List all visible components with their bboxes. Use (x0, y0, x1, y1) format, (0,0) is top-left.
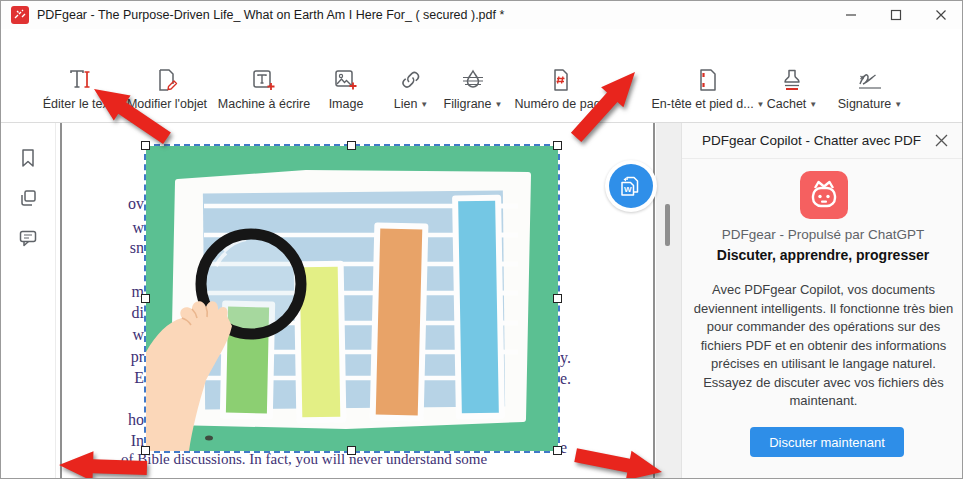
doc-text-fragment: di (64, 304, 144, 322)
copilot-powered-by: PDFgear - Propulsé par ChatGPT (682, 227, 963, 242)
doc-text-line: of Bible discussions. In fact, you will … (121, 451, 487, 468)
page-left-edge (60, 123, 62, 479)
pdfgear-logo-icon (11, 6, 29, 24)
svg-text:W: W (624, 185, 632, 194)
copilot-robot-icon (800, 171, 848, 219)
doc-text-fragment: In (64, 432, 144, 450)
bookmarks-icon[interactable] (18, 148, 40, 170)
close-button[interactable] (925, 1, 957, 29)
signature-button[interactable]: Signature▼ (805, 65, 935, 111)
resize-handle-se[interactable] (553, 446, 562, 455)
copilot-panel-header: PDFgear Copilot - Chatter avec PDF (682, 123, 963, 159)
copilot-description: Avec PDFgear Copilot, vos documents devi… (692, 281, 955, 411)
convert-to-word-badge[interactable]: W (605, 160, 657, 212)
chevron-down-icon: ▼ (894, 100, 902, 109)
resize-handle-s[interactable] (347, 446, 356, 455)
doc-text-fragment: m (64, 283, 144, 301)
copilot-panel: PDFgear Copilot - Chatter avec PDF PDFge… (681, 123, 963, 479)
close-panel-icon[interactable] (934, 133, 950, 149)
comments-icon[interactable] (18, 228, 40, 250)
page-thumbnails-icon[interactable] (18, 188, 40, 210)
maximize-button[interactable] (880, 1, 912, 29)
red-arrow-bottom-right (573, 440, 665, 479)
title-bar: PDFgear - The Purpose-Driven Life_ What … (1, 1, 962, 29)
doc-text-fragment: sn (64, 239, 144, 257)
doc-text-fragment: pr (64, 348, 144, 366)
doc-text-fragment: ov (64, 195, 144, 213)
selection-border (144, 144, 560, 453)
selected-image[interactable] (146, 146, 558, 451)
resize-handle-e[interactable] (553, 294, 562, 303)
doc-text-fragment: E (64, 369, 144, 387)
menu-bar: Page d'accueil Annoter Modifier Formulai… (1, 29, 962, 61)
convert-to-word-icon: W (609, 164, 653, 208)
doc-text-fragment: w (64, 219, 144, 237)
signature-icon (805, 65, 935, 95)
copilot-tagline: Discuter, apprendre, progresser (682, 247, 963, 263)
minimize-button[interactable] (835, 1, 867, 29)
doc-text-fragment: w (64, 326, 144, 344)
copilot-panel-title: PDFgear Copilot - Chatter avec PDF (702, 133, 921, 148)
navigation-sidebar (1, 123, 56, 479)
pdfgear-window: PDFgear - The Purpose-Driven Life_ What … (0, 0, 963, 479)
window-title: PDFgear - The Purpose-Driven Life_ What … (37, 8, 504, 22)
page-number-icon (496, 65, 626, 95)
scrollbar-track[interactable] (656, 123, 681, 479)
doc-text-fragment: e. (560, 370, 571, 388)
resize-handle-ne[interactable] (553, 141, 562, 150)
resize-handle-sw[interactable] (141, 446, 150, 455)
doc-text-fragment: ho (64, 411, 144, 429)
resize-handle-nw[interactable] (141, 141, 150, 150)
page-number-button[interactable]: Numéro de page (496, 65, 626, 111)
chat-now-button[interactable]: Discuter maintenant (750, 427, 904, 457)
resize-handle-w[interactable] (141, 294, 150, 303)
doc-text-fragment: y. (560, 349, 571, 367)
resize-handle-n[interactable] (347, 141, 356, 150)
scrollbar-thumb[interactable] (665, 204, 670, 246)
